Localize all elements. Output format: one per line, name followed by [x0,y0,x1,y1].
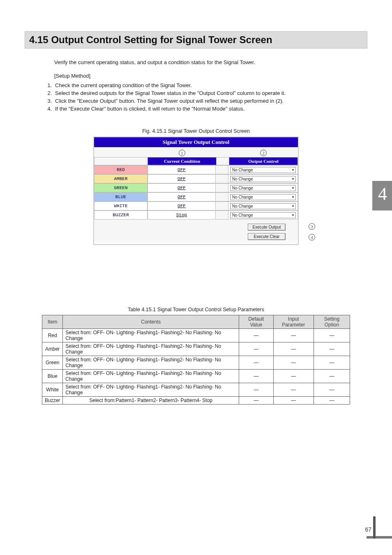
row-label: WHITE [94,201,148,210]
execute-output-button[interactable]: Execute Output [248,224,286,231]
output-control-select[interactable]: No Change▼ [230,194,296,200]
section-title: 4.15 Output Control Setting for Signal T… [25,31,367,49]
param-default: — [239,356,273,370]
select-value: No Change [232,204,253,208]
param-default: — [239,383,273,397]
list-item: If the "Execute Clear" button is clicked… [53,106,367,112]
list-item: Select the desired outputs for the Signa… [53,90,367,96]
param-option: — [314,356,350,370]
current-condition-value: OFF [148,174,216,183]
row-label: BUZZER [94,210,148,220]
current-condition-value: OFF [148,201,216,210]
side-bar-icon [373,516,376,539]
param-option: — [314,342,350,356]
table-row: AmberSelect from: OFF- ON- Lighting- Fla… [42,342,350,356]
select-value: No Change [232,177,253,181]
param-input: — [273,397,314,405]
col-header-output-control: Output Control [229,157,298,165]
table-row: WHITEOFFNo Change▼ [94,201,298,210]
param-item: Amber [42,342,63,356]
th-item: Item [42,315,63,329]
page-number: 67 [365,526,371,533]
row-label: AMBER [94,174,148,183]
select-value: No Change [232,168,253,172]
param-input: — [273,342,314,356]
param-contents: Select from: OFF- ON- Lighting- Flashing… [63,356,239,370]
param-input: — [273,383,314,397]
list-item: Check the current operating condition of… [53,82,367,88]
callout-1-icon: 1 [179,150,185,156]
current-condition-value: Stop [148,210,216,220]
output-control-select[interactable]: No Change▼ [230,212,296,218]
table-row: GREENOFFNo Change▼ [94,183,298,192]
footer-bar-icon [367,536,392,539]
table-row: BLUEOFFNo Change▼ [94,192,298,201]
chevron-down-icon: ▼ [291,168,295,172]
output-control-select[interactable]: No Change▼ [230,185,296,191]
param-contents: Select from:Pattern1- Pattern2- Pattern3… [63,397,239,405]
th-input: Input Parameter [273,315,314,329]
param-contents: Select from: OFF- ON- Lighting- Flashing… [63,383,239,397]
output-control-select[interactable]: No Change▼ [230,203,296,209]
param-option: — [314,397,350,405]
chevron-down-icon: ▼ [291,195,295,199]
param-option: — [314,383,350,397]
th-option: Setting Option [314,315,350,329]
chapter-tab: 4 [372,181,392,210]
param-input: — [273,370,314,383]
param-contents: Select from: OFF- ON- Lighting- Flashing… [63,329,239,342]
figure-caption: Fig. 4.15.1 Signal Tower Output Control … [25,128,367,134]
output-control-select[interactable]: No Change▼ [230,176,296,182]
current-condition-value: OFF [148,183,216,192]
table-row: BuzzerSelect from:Pattern1- Pattern2- Pa… [42,397,350,405]
table-row: GreenSelect from: OFF- ON- Lighting- Fla… [42,356,350,370]
th-default: Default Value [239,315,273,329]
current-condition-value: OFF [148,192,216,201]
table-row: WhiteSelect from: OFF- ON- Lighting- Fla… [42,383,350,397]
execute-clear-button[interactable]: Execute Clear [248,233,286,240]
table-row: REDOFFNo Change▼ [94,165,298,174]
select-value: No Change [232,213,253,217]
param-default: — [239,342,273,356]
param-input: — [273,329,314,342]
setup-method-label: [Setup Method] [54,73,367,79]
chevron-down-icon: ▼ [291,177,295,181]
select-value: No Change [232,195,253,199]
table-row: AMBEROFFNo Change▼ [94,174,298,183]
table-row: RedSelect from: OFF- ON- Lighting- Flash… [42,329,350,342]
param-contents: Select from: OFF- ON- Lighting- Flashing… [63,370,239,383]
param-default: — [239,397,273,405]
param-option: — [314,329,350,342]
row-label: GREEN [94,183,148,192]
current-condition-value: OFF [148,165,216,174]
chevron-down-icon: ▼ [291,213,295,217]
callout-4-icon: 4 [309,234,315,240]
table-row: BUZZERStopNo Change▼ [94,210,298,220]
output-control-select[interactable]: No Change▼ [230,167,296,173]
param-input: — [273,356,314,370]
panel-title: Signal Tower Output Control [94,137,298,147]
table-row: BlueSelect from: OFF- ON- Lighting- Flas… [42,370,350,383]
param-item: Green [42,356,63,370]
chevron-down-icon: ▼ [291,186,295,190]
select-value: No Change [232,186,253,190]
param-default: — [239,370,273,383]
th-contents: Contents [63,315,239,329]
chevron-down-icon: ▼ [291,204,295,208]
param-default: — [239,329,273,342]
parameters-table: Item Contents Default Value Input Parame… [42,315,350,405]
param-item: Blue [42,370,63,383]
row-label: BLUE [94,192,148,201]
param-option: — [314,370,350,383]
param-item: Buzzer [42,397,63,405]
output-control-panel: Signal Tower Output Control 1 2 Current … [93,136,299,245]
param-item: Red [42,329,63,342]
setup-steps-list: Check the current operating condition of… [37,82,367,112]
callout-3-icon: 3 [309,223,315,230]
callout-2-icon: 2 [260,150,267,156]
param-item: White [42,383,63,397]
table-caption: Table 4.15.1 Signal Tower Output Control… [25,307,367,312]
param-contents: Select from: OFF- ON- Lighting- Flashing… [63,342,239,356]
intro-text: Verify the current operating status, and… [54,59,367,65]
row-label: RED [94,165,148,174]
